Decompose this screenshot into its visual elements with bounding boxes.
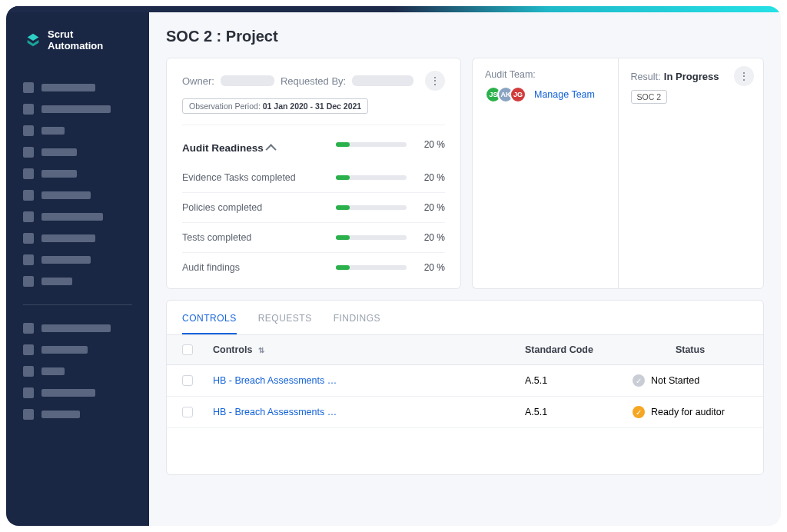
- sidebar-item[interactable]: [23, 77, 132, 98]
- nav-label-placeholder: [42, 234, 95, 242]
- readiness-row: Audit findings20 %: [182, 252, 445, 282]
- progress-bar: [336, 205, 407, 210]
- tabs: CONTROLS REQUESTS FINDINGS: [167, 301, 763, 335]
- readiness-row-label: Audit findings: [182, 262, 336, 273]
- sidebar-item[interactable]: [23, 249, 132, 271]
- sidebar-item[interactable]: [23, 361, 132, 382]
- avatar[interactable]: JG: [510, 86, 526, 103]
- nav-label-placeholder: [42, 324, 111, 332]
- sidebar-item[interactable]: [23, 318, 132, 339]
- nav-group-2: [6, 314, 149, 428]
- nav-label-placeholder: [42, 213, 103, 221]
- status-text: Ready for auditor: [651, 407, 725, 417]
- col-controls-label[interactable]: Controls: [213, 344, 252, 355]
- sidebar-item[interactable]: [23, 163, 132, 185]
- nav-label-placeholder: [42, 148, 77, 156]
- sidebar-item[interactable]: [23, 228, 132, 249]
- avatar-group: JSAKJG: [485, 86, 526, 103]
- brand-logo: Scrut Automation: [6, 29, 149, 74]
- sort-icon[interactable]: ⇅: [258, 346, 264, 354]
- progress-pct: 20 %: [417, 262, 445, 273]
- tab-findings[interactable]: FINDINGS: [334, 301, 380, 334]
- brand-line2: Automation: [48, 41, 103, 52]
- sidebar-item[interactable]: [23, 404, 132, 425]
- observation-period-badge: Observation Period: 01 Jan 2020 - 31 Dec…: [182, 98, 368, 114]
- progress-pct: 20 %: [417, 232, 445, 243]
- progress-pct: 20 %: [417, 202, 445, 213]
- sidebar-item[interactable]: [23, 206, 132, 228]
- select-all-checkbox[interactable]: [182, 344, 193, 355]
- sidebar-item[interactable]: [23, 141, 132, 163]
- page-title: SOC 2 : Project: [166, 28, 764, 45]
- nav-icon-placeholder: [23, 409, 34, 420]
- nav-icon-placeholder: [23, 344, 34, 355]
- status-text: Not Started: [651, 375, 699, 386]
- result-value: In Progress: [664, 71, 719, 82]
- audit-team-card: Audit Team: JSAKJG Manage Team: [472, 58, 618, 289]
- nav-label-placeholder: [42, 278, 72, 285]
- readiness-row-label: Tests completed: [182, 232, 336, 243]
- progress-pct: 20 %: [417, 172, 445, 183]
- main-content: SOC 2 : Project Owner: Requested By: ⋮ O…: [149, 6, 781, 526]
- nav-label-placeholder: [42, 127, 65, 135]
- nav-icon-placeholder: [23, 82, 34, 93]
- result-tag: SOC 2: [631, 90, 668, 104]
- nav-icon-placeholder: [23, 147, 34, 158]
- controls-table-card: CONTROLS REQUESTS FINDINGS Controls ⇅ St…: [166, 300, 764, 475]
- sidebar-item[interactable]: [23, 185, 132, 206]
- result-more-button[interactable]: ⋮: [734, 66, 754, 86]
- standard-code: A.5.1: [525, 407, 633, 417]
- readiness-row-label: Evidence Tasks completed: [182, 172, 336, 183]
- control-link[interactable]: HB - Breach Assessments …: [213, 407, 337, 417]
- owner-label: Owner:: [182, 75, 214, 87]
- brand-line1: Scrut: [48, 29, 103, 41]
- nav-icon-placeholder: [23, 366, 34, 377]
- nav-icon-placeholder: [23, 323, 34, 334]
- readiness-row: Tests completed20 %: [182, 222, 445, 252]
- control-link[interactable]: HB - Breach Assessments …: [213, 375, 337, 386]
- table-row: HB - Breach Assessments …A.5.1✓Ready for…: [167, 397, 763, 428]
- nav-icon-placeholder: [23, 168, 34, 179]
- result-card: ⋮ Result: In Progress SOC 2: [618, 58, 765, 289]
- nav-label-placeholder: [42, 346, 88, 354]
- audit-readiness-toggle[interactable]: Audit Readiness: [182, 135, 336, 154]
- nav-label-placeholder: [42, 411, 80, 418]
- audit-readiness-label: Audit Readiness: [182, 142, 264, 154]
- tab-requests[interactable]: REQUESTS: [258, 301, 312, 334]
- nav-label-placeholder: [42, 105, 111, 113]
- observation-value: 01 Jan 2020 - 31 Dec 2021: [263, 101, 361, 111]
- sidebar-item[interactable]: [23, 120, 132, 141]
- nav-label-placeholder: [42, 256, 91, 264]
- audit-team-label: Audit Team:: [485, 69, 606, 80]
- sidebar-item[interactable]: [23, 339, 132, 361]
- status-icon: ✓: [633, 374, 645, 387]
- progress-bar: [336, 175, 407, 180]
- sidebar: Scrut Automation: [6, 6, 149, 526]
- nav-icon-placeholder: [23, 254, 34, 265]
- requested-by-label: Requested By:: [281, 75, 346, 87]
- nav-label-placeholder: [42, 367, 65, 375]
- readiness-pct: 20 %: [417, 139, 445, 150]
- sidebar-item[interactable]: [23, 98, 132, 120]
- col-status-label: Status: [633, 344, 748, 355]
- nav-icon-placeholder: [23, 211, 34, 222]
- nav-label-placeholder: [42, 170, 77, 178]
- sidebar-item[interactable]: [23, 271, 132, 292]
- sidebar-item[interactable]: [23, 382, 132, 404]
- progress-bar: [336, 235, 407, 240]
- nav-icon-placeholder: [23, 104, 34, 115]
- readiness-row: Policies completed20 %: [182, 192, 445, 222]
- brand-logo-icon: [25, 32, 42, 49]
- nav-icon-placeholder: [23, 387, 34, 398]
- card-more-button[interactable]: ⋮: [425, 71, 445, 91]
- standard-code: A.5.1: [525, 375, 633, 386]
- nav-group-1: [6, 74, 149, 295]
- manage-team-link[interactable]: Manage Team: [534, 89, 595, 100]
- row-checkbox[interactable]: [182, 407, 193, 417]
- tab-controls[interactable]: CONTROLS: [182, 301, 237, 334]
- row-checkbox[interactable]: [182, 375, 193, 386]
- table-row: HB - Breach Assessments …A.5.1✓Not Start…: [167, 365, 763, 397]
- readiness-row-label: Policies completed: [182, 202, 336, 213]
- status-icon: ✓: [633, 406, 645, 418]
- readiness-card: Owner: Requested By: ⋮ Observation Perio…: [166, 58, 461, 289]
